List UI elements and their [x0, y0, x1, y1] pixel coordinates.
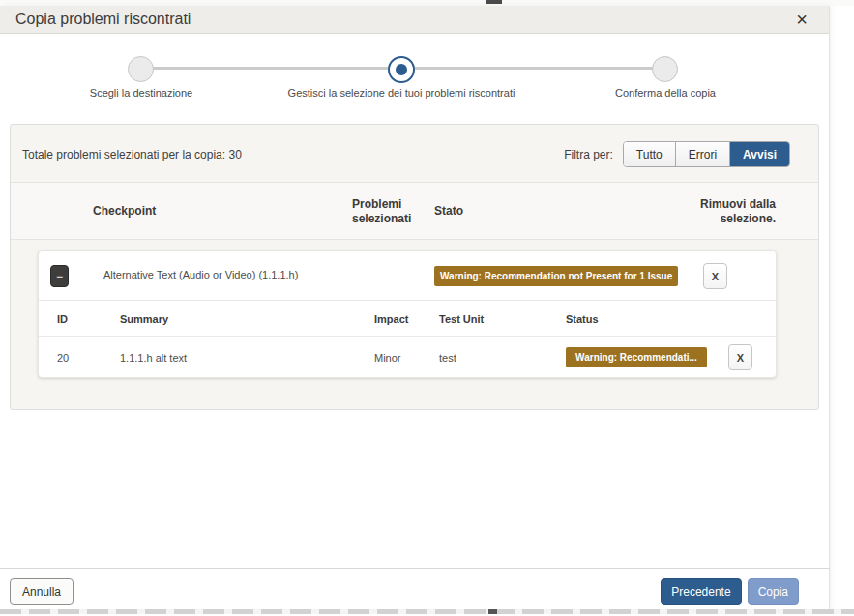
issues-header-impact: Impact [374, 313, 408, 325]
issue-status-badge: Warning: Recommendati... [566, 347, 707, 367]
step-label-selection: Gestisci la selezione dei tuoi problemi … [256, 87, 546, 99]
copy-button[interactable]: Copia [748, 578, 799, 605]
collapse-toggle-button[interactable]: − [50, 265, 69, 287]
active-step-dot [396, 64, 407, 75]
header-status: Stato [434, 204, 463, 219]
step-circle-selection-active [388, 56, 415, 83]
dialog-title: Copia problemi riscontrati [15, 11, 191, 28]
page-behind-bottom-fragment [488, 609, 497, 614]
step-label-confirm: Conferma della copia [569, 87, 762, 99]
checkpoint-table-header-row: Checkpoint Problemi selezionati Stato Ri… [11, 182, 818, 240]
checkpoint-card: − Alternative Text (Audio or Video) (1.1… [38, 250, 777, 378]
header-selected-issues: Problemi selezionati [352, 197, 414, 226]
issue-row: 20 1.1.1.h alt text Minor test Warning: … [39, 337, 776, 379]
filter-button-tutto[interactable]: Tutto [624, 142, 675, 166]
issues-table-header-row: ID Summary Impact Test Unit Status [39, 301, 776, 337]
checkpoint-group-row: − Alternative Text (Audio or Video) (1.1… [39, 251, 776, 301]
issue-impact: Minor [374, 352, 401, 364]
filter-label: Filtra per: [564, 148, 613, 161]
x-icon: X [737, 352, 744, 364]
remove-issue-button[interactable]: X [728, 344, 752, 370]
cancel-button[interactable]: Annulla [10, 578, 74, 605]
issue-summary: 1.1.1.h alt text [120, 352, 187, 364]
copy-issues-dialog: Copia problemi riscontrati × Scegli la d… [0, 6, 830, 609]
total-selected-count: 30 [228, 148, 241, 161]
step-label-destination: Scegli la destinazione [44, 87, 238, 99]
page-behind-top-fragment [486, 0, 502, 4]
filter-button-errori[interactable]: Errori [675, 142, 729, 166]
step-circle-destination [128, 56, 154, 82]
footer-actions: Precedente Copia [661, 578, 799, 605]
header-remove: Rimuovi dalla selezione. [694, 197, 776, 226]
issues-header-status: Status [566, 313, 599, 325]
total-selected-text: Totale problemi selezionati per la copia… [22, 148, 242, 161]
remove-checkpoint-button[interactable]: X [703, 263, 727, 289]
footer-divider [0, 568, 830, 569]
header-checkpoint: Checkpoint [93, 204, 156, 219]
x-icon: X [712, 271, 719, 282]
filter-button-avvisi[interactable]: Avvisi [729, 142, 789, 166]
issues-header-test-unit: Test Unit [439, 313, 484, 325]
previous-button[interactable]: Precedente [661, 578, 741, 605]
issues-header-id: ID [57, 313, 68, 325]
filter-bar: Filtra per: Tutto Errori Avvisi [564, 141, 790, 167]
issue-id: 20 [57, 352, 69, 364]
selection-panel: Totale problemi selezionati per la copia… [10, 124, 819, 410]
total-selected-label: Totale problemi selezionati per la copia… [22, 148, 225, 161]
checkpoint-status-badge: Warning: Recommendation not Present for … [434, 266, 678, 286]
minus-icon: − [56, 270, 63, 283]
issue-test-unit: test [439, 352, 456, 364]
filter-button-group: Tutto Errori Avvisi [623, 141, 790, 167]
issues-header-summary: Summary [120, 313, 168, 325]
step-circle-confirm [652, 56, 678, 82]
checkpoint-name: Alternative Text (Audio or Video) (1.1.1… [103, 269, 298, 280]
page-behind-bottom-strip [0, 609, 854, 614]
page-background: Copia problemi riscontrati × Scegli la d… [0, 0, 854, 616]
close-icon[interactable]: × [796, 7, 808, 32]
